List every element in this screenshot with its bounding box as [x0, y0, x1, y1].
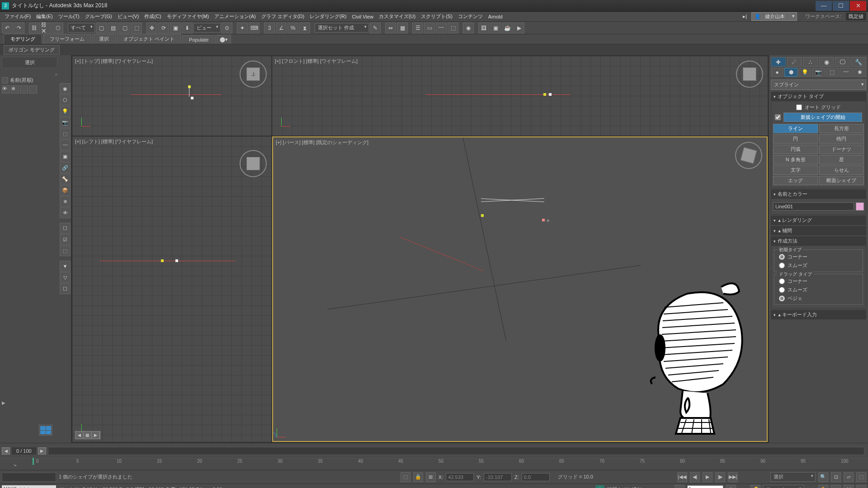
systems-subtab[interactable]: ✱	[854, 68, 866, 77]
section-button[interactable]: 断面シェイプ	[819, 176, 864, 185]
zoom-all-button[interactable]: ⊡	[831, 472, 841, 482]
tab-populate[interactable]: Populate	[182, 35, 215, 44]
maxscript-listener[interactable]: MAXScript ミニ	[2, 485, 56, 488]
viewport-left[interactable]: [+] [レフト] [標準] [ワイヤフレーム] ◀ ▦ ▶	[72, 136, 271, 442]
layer-explorer-button[interactable]: ☰	[412, 23, 423, 33]
list-icon-4[interactable]	[29, 85, 37, 94]
toggle-ribbon-button[interactable]: ▭	[424, 23, 435, 33]
walk-button[interactable]: ▦	[856, 485, 866, 488]
display-toggle-icon[interactable]	[2, 77, 8, 84]
nav-prev-button[interactable]: ◀	[75, 432, 84, 439]
viewport-perspective[interactable]: [+] [パース] [標準] [既定のシェーディング] +	[272, 136, 768, 442]
drag-smooth-radio[interactable]	[779, 287, 785, 293]
helpers-subtab[interactable]: ⬚	[826, 68, 839, 77]
render-setup-button[interactable]: 🖼	[478, 23, 489, 33]
unlink-button[interactable]: ⛓✕	[41, 23, 52, 33]
filter-helpers-icon[interactable]: ⬚	[60, 128, 71, 139]
donut-button[interactable]: ドーナツ	[819, 145, 864, 154]
menu-script[interactable]: スクリプト(S)	[418, 13, 455, 20]
timeline-prev-button[interactable]: ◀	[2, 447, 10, 455]
viewport-persp-label[interactable]: [+] [パース] [標準] [既定のシェーディング]	[276, 139, 368, 146]
selection-set-dropdown[interactable]: 選択セット 作成	[315, 23, 369, 33]
time-slider-marker[interactable]	[33, 458, 34, 465]
menu-animation[interactable]: アニメーション(A)	[212, 13, 259, 20]
filter-lights-icon[interactable]: 💡	[60, 106, 71, 117]
viewport-front[interactable]: [+] [フロント] [標準] [ワイヤフレーム]	[272, 56, 768, 136]
drag-bezier-radio[interactable]	[779, 296, 785, 301]
menu-create[interactable]: 作成(C)	[142, 13, 164, 20]
modify-tab[interactable]: ☄	[787, 57, 802, 67]
time-tag-label[interactable]: 時間タグを追加	[607, 486, 642, 488]
selset-new-icon[interactable]: ▼	[60, 261, 71, 272]
viewport-top-label[interactable]: [+] [トップ] [標準] [ワイヤフレーム]	[75, 58, 153, 65]
viewport-layout-button[interactable]	[39, 425, 52, 436]
render-preview-button[interactable]: ▶	[514, 23, 524, 33]
viewport-left-label[interactable]: [+] [レフト] [標準] [ワイヤフレーム]	[75, 138, 153, 145]
menu-content[interactable]: コンテンツ	[455, 13, 486, 20]
y-input[interactable]	[484, 473, 512, 481]
curve-editor-button[interactable]: 〰	[436, 23, 447, 33]
object-name-input[interactable]	[773, 202, 854, 211]
filter-frozen-icon[interactable]: ❄	[60, 196, 71, 207]
zoom-extents-button[interactable]: 🔍	[818, 472, 828, 482]
expand-arrow-icon[interactable]: ▶	[2, 400, 6, 407]
ellipse-button[interactable]: 楕円	[819, 134, 864, 144]
lights-subtab[interactable]: 💡	[798, 68, 811, 77]
close-button[interactable]: ✕	[850, 1, 866, 11]
hierarchy-tab[interactable]: ⛬	[803, 57, 818, 67]
current-frame-input[interactable]	[687, 485, 723, 488]
user-dropdown[interactable]: 👤 健介山本	[751, 12, 797, 21]
absolute-mode-button[interactable]: ⊞	[426, 472, 436, 482]
lock-selection-button[interactable]: 🔒	[413, 472, 423, 482]
motion-tab[interactable]: ◉	[819, 57, 835, 67]
timeline-track[interactable]	[48, 447, 864, 455]
timeline-next-button[interactable]: ▶	[38, 447, 46, 455]
pan-button[interactable]: ✋	[818, 485, 828, 488]
drag-corner-radio[interactable]	[779, 278, 785, 284]
snap-toggle[interactable]: 3	[264, 23, 275, 33]
move-button[interactable]: ✥	[146, 23, 157, 33]
zoom-region-button[interactable]: ⬚	[856, 472, 866, 482]
isolate-selection-button[interactable]: ⬚	[401, 472, 410, 482]
workspace-value[interactable]: 既定値	[846, 13, 866, 20]
scale-button[interactable]: ▣	[170, 23, 181, 33]
menu-customize[interactable]: カスタマイズ(U)	[376, 13, 418, 20]
tab-objectpaint[interactable]: オブジェクト ペイント	[117, 34, 181, 44]
filter-cameras-icon[interactable]: 📷	[60, 117, 71, 128]
rectangle-button[interactable]: 長方形	[819, 124, 864, 133]
geometry-subtab[interactable]: ●	[771, 68, 783, 77]
display-none-icon[interactable]: ☐	[60, 223, 71, 234]
newshape-checkbox[interactable]	[775, 114, 781, 120]
filter-geometry-icon[interactable]: ◉	[60, 83, 71, 94]
key-mode-button[interactable]: ◀▶	[675, 485, 684, 488]
menu-tools[interactable]: ツール(T)	[56, 13, 82, 20]
init-smooth-radio[interactable]	[779, 263, 785, 268]
shape-category-dropdown[interactable]: スプライン	[771, 80, 866, 90]
schematic-view-button[interactable]: ⬚	[448, 23, 458, 33]
rollout-interp-header[interactable]: ▸補間	[771, 226, 866, 235]
window-crossing-button[interactable]: ⬚	[131, 23, 142, 33]
circle-button[interactable]: 円	[773, 134, 818, 144]
filter-spacewarps-icon[interactable]: 〰	[60, 140, 71, 150]
redo-button[interactable]: ↷	[14, 23, 24, 33]
keyboard-button[interactable]: ⌨	[249, 23, 259, 33]
bind-button[interactable]: ⬡	[52, 23, 63, 33]
z-input[interactable]	[522, 473, 550, 481]
search-icon[interactable]: ☐	[60, 283, 71, 294]
angle-snap[interactable]: ∠	[276, 23, 287, 33]
tab-modeling[interactable]: モデリング	[4, 34, 42, 44]
menu-civilview[interactable]: Civil View	[349, 14, 376, 19]
time-ruler[interactable]: ⤷ 05101520253035404550556065707580859095…	[0, 458, 868, 470]
refcoord-dropdown[interactable]: ビュー	[193, 23, 221, 33]
next-frame-button[interactable]: |▶	[715, 472, 725, 482]
select-name-button[interactable]: ▤	[108, 23, 118, 33]
tab-freeform[interactable]: フリーフォーム	[43, 34, 91, 44]
filter-hidden-icon[interactable]: 👁	[60, 207, 71, 218]
object-color-swatch[interactable]	[856, 202, 864, 211]
link-button[interactable]: ⛓	[29, 23, 40, 33]
pivot-button[interactable]: ⊙	[222, 23, 232, 33]
selset-edit-button[interactable]: ✎	[370, 23, 381, 33]
text-button[interactable]: 文字	[773, 165, 818, 175]
helix-button[interactable]: らせん	[819, 165, 864, 175]
display-all-icon[interactable]: ☑	[60, 234, 71, 245]
